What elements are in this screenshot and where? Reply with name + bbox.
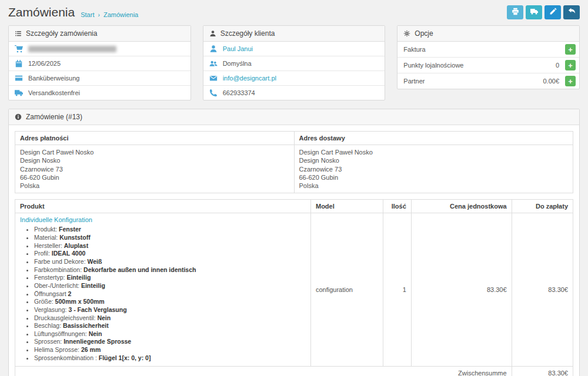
shipping-address-line: Czarnowice 73 (299, 165, 569, 173)
reward-points-row: Punkty lojalnościowe 0 + (397, 58, 579, 73)
payment-address-line: Czarnowice 73 (20, 165, 289, 173)
product-attribute: Helima Sprosse: 26 mm (34, 346, 306, 354)
gear-icon (403, 30, 410, 37)
total-row-value: 83.30€ (512, 367, 573, 376)
affiliate-row: Partner 0.00€ + (397, 73, 579, 89)
product-attribute: Farbe und Dekore: Weiß (34, 258, 306, 266)
order-panel-title: Zamówienie (#13) (26, 113, 82, 121)
product-attributes-list: Produkt: Fenster Material: Kunststoff He… (20, 226, 306, 362)
truck-icon (530, 8, 538, 17)
add-affiliate-commission-button[interactable]: + (565, 76, 576, 86)
date-added-row: 12/06/2025 (9, 56, 191, 71)
product-attribute: Ober-/Unterlicht: Einteilig (34, 282, 306, 290)
product-link[interactable]: Individuelle Konfiguration (20, 216, 92, 223)
print-shipping-list-button[interactable] (526, 5, 542, 19)
store-name-redacted (28, 46, 116, 52)
addresses-table: Adres płatności Adres dostawy Design Car… (15, 131, 573, 193)
phone-icon (209, 89, 218, 97)
user-icon (209, 45, 218, 53)
customer-details-panel: Szczegóły klienta Paul Janui Domyślna in… (203, 25, 386, 100)
page-header: Zamówienia Start › Zamówienia (0, 0, 588, 22)
product-row: Individuelle Konfiguration Produkt: Fens… (15, 213, 573, 367)
total-column-header: Do zapłaty (512, 200, 573, 213)
options-title: Opcje (415, 29, 433, 38)
product-model: configuration (310, 213, 383, 367)
product-cell: Individuelle Konfiguration Produkt: Fens… (15, 213, 311, 367)
order-details-panel: Szczegóły zamówienia 12/06/2025 Banküber… (8, 25, 191, 100)
customer-email-row: info@designcart.pl (203, 71, 385, 86)
order-details-heading: Szczegóły zamówienia (9, 26, 191, 42)
shipping-address-line: Design Cart Paweł Nosko (299, 148, 569, 156)
payment-address-line: Design Cart Paweł Nosko (20, 148, 289, 156)
shipping-address-line: Design Nosko (299, 156, 569, 164)
info-circle-icon (15, 113, 22, 120)
shipping-address: Design Cart Paweł Nosko Design Nosko Cza… (294, 145, 573, 193)
user-icon (209, 30, 216, 37)
product-attribute: Produkt: Fenster (34, 226, 306, 234)
total-row: Zwischensumme 83.30€ (15, 367, 573, 376)
order-panel-heading: Zamówienie (#13) (9, 109, 579, 125)
payment-address-line: Polska (20, 182, 289, 190)
product-attribute: Öffnungsart 2 (34, 290, 306, 298)
breadcrumb-current[interactable]: Zamówienia (103, 11, 138, 18)
toolbar (507, 5, 580, 19)
customer-telephone: 662933374 (223, 89, 255, 96)
add-reward-points-button[interactable]: + (565, 60, 576, 70)
product-column-header: Produkt (15, 200, 311, 213)
store-row (9, 42, 191, 56)
order-details-title: Szczegóły zamówienia (26, 29, 97, 38)
truck-icon (15, 89, 23, 97)
customer-phone-row: 662933374 (203, 86, 385, 100)
content: Szczegóły zamówienia 12/06/2025 Banküber… (0, 22, 588, 376)
order-panel-body: Adres płatności Adres dostawy Design Car… (9, 125, 579, 376)
product-attribute: Farbkombination: Dekorfarbe außen und in… (34, 266, 306, 274)
product-attribute: Sprossenkombination : Flügel 1[x: 0, y: … (34, 354, 306, 362)
customer-name-row: Paul Janui (203, 42, 385, 56)
customer-name-link[interactable]: Paul Janui (223, 45, 253, 52)
products-table: Produkt Model Ilość Cena jednostkowa Do … (15, 199, 573, 376)
reward-points-value: 0 (556, 62, 559, 69)
generate-invoice-button[interactable]: + (565, 44, 576, 55)
pencil-icon (549, 8, 557, 17)
product-attribute: Größe: 500mm x 500mm (34, 298, 306, 306)
breadcrumb: Start › Zamówienia (81, 11, 138, 18)
shipping-address-header: Adres dostawy (294, 132, 573, 145)
page-title: Zamówienia (8, 5, 75, 19)
total-row-label: Zwischensumme (15, 367, 512, 376)
customer-group: Domyślna (223, 60, 252, 67)
products-header-row: Produkt Model Ilość Cena jednostkowa Do … (15, 200, 573, 213)
product-attribute: Verglasung: 3 - Fach Verglasung (34, 306, 306, 314)
breadcrumb-start[interactable]: Start (81, 11, 94, 18)
product-attribute: Beschlag: Basissicherheit (34, 322, 306, 330)
customer-details-heading: Szczegóły klienta (203, 26, 385, 42)
payment-address-line: Design Nosko (20, 156, 289, 164)
options-panel: Opcje Faktura + Punkty lojalnościowe 0 +… (397, 25, 580, 89)
top-panels-row: Szczegóły zamówienia 12/06/2025 Banküber… (8, 25, 580, 100)
payment-method: Banküberweisung (28, 75, 79, 82)
payment-address-header: Adres płatności (15, 132, 295, 145)
undo-icon (568, 8, 576, 17)
calendar-icon (15, 59, 23, 68)
shipping-method: Versandkostenfrei (28, 89, 80, 96)
product-attribute: Sprossen: Innenliegende Sprosse (34, 338, 306, 346)
customer-email-link[interactable]: info@designcart.pl (223, 75, 276, 82)
print-invoice-button[interactable] (507, 5, 523, 19)
product-quantity: 1 (383, 213, 411, 367)
product-attribute: Fenstertyp: Einteilig (34, 274, 306, 282)
product-attribute: Lüftungsöffnungen: Nein (34, 330, 306, 338)
page: Zamówienia Start › Zamówienia (0, 0, 588, 376)
options-heading: Opcje (397, 26, 579, 42)
product-attribute: Hersteller: Aluplast (34, 242, 306, 250)
payment-address-line: 66-620 Gubin (20, 173, 289, 182)
back-button[interactable] (563, 5, 580, 19)
envelope-icon (209, 74, 218, 82)
edit-order-button[interactable] (544, 5, 561, 19)
payment-method-row: Banküberweisung (9, 71, 191, 86)
invoice-row: Faktura + (397, 42, 579, 58)
breadcrumb-separator: › (98, 12, 100, 18)
store-cart-icon (15, 45, 23, 53)
invoice-label: Faktura (403, 46, 559, 53)
affiliate-label: Partner (403, 78, 543, 85)
reward-points-label: Punkty lojalnościowe (403, 62, 556, 69)
credit-card-icon (15, 74, 23, 82)
